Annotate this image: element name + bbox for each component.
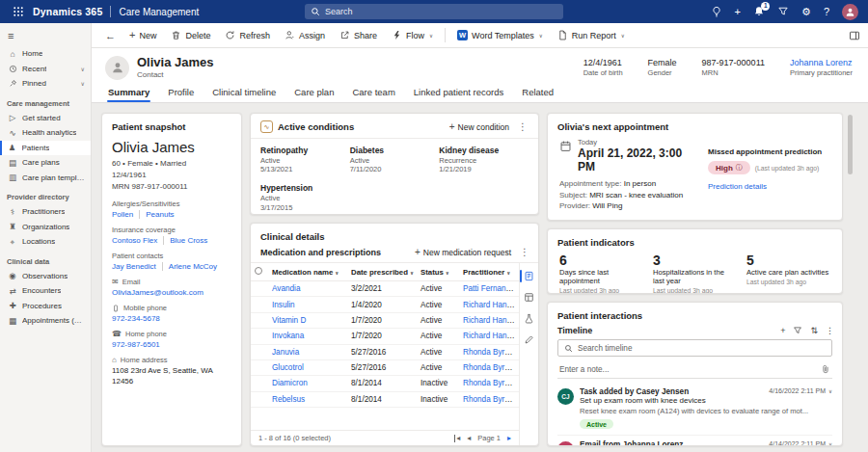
note-composer[interactable] — [557, 361, 832, 379]
email-link[interactable]: OliviaJames@outlook.com — [112, 288, 231, 297]
search-input[interactable] — [325, 7, 557, 16]
condition-item[interactable]: Diabetes Active 7/11/2020 — [350, 146, 440, 174]
sort-icon[interactable]: ⇅ — [810, 327, 818, 335]
assign-button[interactable]: Assign — [278, 27, 332, 43]
sidebar-item-home[interactable]: ⌂Home — [0, 46, 91, 62]
sidebar-item-care-plan-templates[interactable]: ▥Care plan templates — [0, 171, 91, 186]
previous-page-icon[interactable]: ◂ — [467, 435, 471, 442]
medication-link[interactable]: Avandia — [272, 284, 300, 293]
medication-link[interactable]: Diamicron — [272, 379, 308, 387]
table-row[interactable]: Vitamin D1/7/2020ActiveRichard Hanson — [251, 312, 519, 328]
allergy-link[interactable]: Pollen — [112, 210, 133, 219]
table-row[interactable]: Invokana1/7/2020ActiveRichard Hanson — [251, 329, 519, 344]
practitioner-link[interactable]: Rhonda Byrnes — [463, 363, 517, 372]
sidebar-item-patients[interactable]: ♟Patients — [0, 141, 91, 156]
plus-icon[interactable]: + — [735, 7, 741, 17]
more-options-icon[interactable]: ⋮ — [515, 121, 530, 132]
table-row[interactable]: Rebelsus8/1/2014InactiveRhonda Byrnes — [251, 391, 519, 407]
edit-icon[interactable] — [520, 333, 538, 346]
help-icon[interactable]: ? — [824, 7, 829, 17]
tab-care-team[interactable]: Care team — [351, 87, 395, 102]
prediction-details-link[interactable]: Prediction details — [708, 182, 767, 191]
practitioner-link[interactable]: Rhonda Byrnes — [463, 395, 517, 404]
tab-clinical-timeline[interactable]: Clinical timeline — [211, 87, 277, 102]
back-button[interactable]: ← — [99, 27, 122, 44]
new-medication-request-button[interactable]: +New medication request — [415, 248, 511, 257]
first-page-icon[interactable]: ◂ — [454, 435, 460, 442]
table-row[interactable]: Glucotrol5/27/2016ActiveRhonda Byrnes — [251, 359, 519, 375]
practitioner-link[interactable]: Rhonda Byrnes — [463, 348, 517, 357]
sidebar-item-care-plans[interactable]: ▤Care plans — [0, 155, 91, 171]
sidebar-item-appointments-emr[interactable]: ▦Appointments (EMR) — [0, 313, 91, 329]
run-report-button[interactable]: Run Report∨ — [551, 27, 632, 43]
next-page-icon[interactable]: ▸ — [507, 435, 511, 442]
table-row[interactable]: Avandia3/2/2021ActivePatti Fernandez — [251, 281, 519, 297]
app-launcher-icon[interactable] — [10, 4, 27, 19]
select-all-checkbox[interactable] — [255, 267, 262, 275]
filter-icon[interactable] — [777, 6, 789, 17]
sidebar-item-practitioners[interactable]: ⚕Practitioners — [0, 204, 91, 220]
sidebar-item-observations[interactable]: ◉Observations — [0, 269, 91, 284]
share-button[interactable]: Share — [333, 27, 384, 43]
chevron-down-icon[interactable]: ∨ — [81, 66, 87, 72]
medication-link[interactable]: Insulin — [272, 301, 295, 309]
medication-link[interactable]: Glucotrol — [272, 363, 304, 372]
column-header[interactable]: Medication name∨ — [268, 263, 347, 281]
practitioner-link[interactable]: Richard Hanson — [463, 301, 519, 309]
chevron-down-icon[interactable]: ∨ — [81, 80, 87, 87]
refresh-button[interactable]: Refresh — [218, 27, 277, 43]
paperclip-icon[interactable] — [821, 364, 830, 374]
new-condition-button[interactable]: +New condition — [449, 122, 509, 132]
more-options-icon[interactable]: ⋮ — [517, 247, 532, 257]
grid-view-icon[interactable] — [520, 291, 538, 304]
practitioner-link[interactable]: Richard Hanson — [463, 316, 519, 325]
timeline-entry[interactable]: JL Email from Johanna Lorenz 4/14/2022 2… — [557, 436, 832, 445]
mobile-phone-link[interactable]: 972-234-5678 — [112, 314, 231, 323]
condition-item[interactable]: Kidney disease Recurrence 1/21/2019 — [439, 146, 529, 174]
chevron-down-icon[interactable]: ∨ — [828, 388, 832, 394]
word-templates-button[interactable]: WWord Templates∨ — [450, 27, 550, 43]
timeline-search[interactable] — [557, 339, 832, 357]
tab-profile[interactable]: Profile — [167, 87, 195, 102]
sidebar-item-get-started[interactable]: ▷Get started — [0, 111, 91, 126]
medication-link[interactable]: Januvia — [272, 348, 299, 357]
practitioner-link[interactable]: Patti Fernandez — [463, 284, 519, 293]
tab-summary[interactable]: Summary — [107, 87, 150, 102]
medication-link[interactable]: Vitamin D — [272, 316, 306, 325]
sidebar-item-procedures[interactable]: ✚Procedures — [0, 299, 91, 314]
condition-item[interactable]: Retinopathy Active 5/13/2021 — [260, 146, 350, 174]
column-header[interactable]: Practitioner∨ — [459, 263, 519, 281]
column-header[interactable]: Date prescribed∨ — [347, 263, 417, 281]
insurance-link[interactable]: Blue Cross — [163, 236, 207, 245]
bell-icon[interactable]: 1 — [753, 6, 765, 17]
global-search[interactable] — [305, 4, 563, 19]
condition-item[interactable]: Hypertension Active 3/17/2015 — [260, 183, 350, 212]
contact-link[interactable]: Jay Benedict — [112, 262, 156, 271]
settings-gear-icon[interactable]: ⚙ — [801, 7, 811, 17]
primary-practitioner-link[interactable]: Johanna Lorenz — [790, 58, 853, 68]
column-header[interactable]: Status∨ — [417, 263, 459, 281]
delete-button[interactable]: Delete — [164, 27, 217, 43]
appointment-details-link[interactable]: Appointment details — [559, 218, 627, 221]
table-row[interactable]: Diamicron8/1/2014InactiveRhonda Byrnes — [251, 376, 519, 391]
medication-link[interactable]: Rebelsus — [272, 395, 305, 404]
nav-collapse-button[interactable]: ≡ — [0, 26, 91, 46]
home-phone-link[interactable]: 972-987-6501 — [112, 340, 231, 349]
flask-icon[interactable] — [520, 312, 538, 325]
sidebar-item-health-analytics[interactable]: ∿Health analytics — [0, 125, 91, 141]
tab-care-plan[interactable]: Care plan — [293, 87, 335, 102]
sidebar-item-pinned[interactable]: Pinned∨ — [0, 76, 91, 92]
insurance-link[interactable]: Contoso Flex — [112, 236, 157, 245]
lightbulb-icon[interactable] — [711, 6, 722, 17]
flow-button[interactable]: Flow∨ — [385, 27, 440, 43]
user-avatar[interactable] — [842, 4, 858, 20]
sidebar-item-organizations[interactable]: ♜Organizations — [0, 220, 91, 235]
more-options-icon[interactable]: ⋮ — [826, 327, 834, 335]
table-row[interactable]: Januvia5/27/2016ActiveRhonda Byrnes — [251, 344, 519, 359]
table-row[interactable]: Insulin1/4/2020ActiveRichard Hanson — [251, 297, 519, 312]
add-icon[interactable]: + — [780, 327, 785, 335]
allergy-link[interactable]: Peanuts — [139, 210, 174, 219]
note-input[interactable] — [559, 365, 817, 374]
timeline-entry[interactable]: CJ Task added by Casey Jensen 4/16/2022 … — [557, 383, 832, 436]
practitioner-link[interactable]: Richard Hanson — [463, 332, 519, 340]
